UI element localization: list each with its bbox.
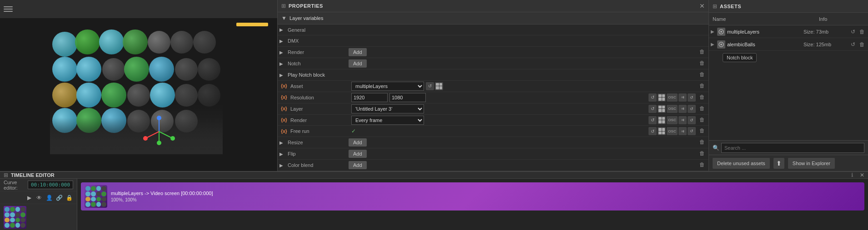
section-arrow[interactable]: ▼ [281, 15, 287, 21]
viewport: .ball { position: absolute; border-radiu… [0, 18, 277, 171]
asset-row-multiplelayers[interactable]: ▶ multipleLayers Size: 73mb ↺ 🗑 [709, 25, 868, 38]
layer-label: Layer [290, 106, 349, 112]
resolution-osc-icon[interactable]: OSC [667, 93, 678, 102]
timeline-link-icon[interactable]: 🔗 [55, 194, 63, 202]
resolution-reset-icon[interactable]: ↺ [688, 93, 696, 102]
asset-actions-1: ↺ 🗑 [849, 28, 866, 36]
resolution-width-input[interactable] [351, 93, 388, 102]
flip-add-button[interactable]: Add [349, 150, 367, 158]
notch-add-button[interactable]: Add [349, 59, 367, 68]
render-trash-icon[interactable]: 🗑 [699, 49, 707, 56]
asset-info-2: Size: 125mb [803, 42, 849, 47]
hamburger-menu[interactable] [4, 6, 13, 12]
color-blend-add-button[interactable]: Add [349, 161, 367, 169]
timeline-lock-icon[interactable]: 🔒 [65, 194, 73, 202]
free-run-grid-icon[interactable] [658, 127, 666, 135]
free-run-osc-icon[interactable]: OSC [667, 127, 678, 135]
asset-trash-icon[interactable]: 🗑 [699, 83, 707, 90]
render-mode-reset-icon[interactable]: ↺ [688, 116, 696, 124]
assets-list: Name Info ▶ multipleLayers Size: 73mb ↺ … [709, 13, 868, 140]
render-mode-link-icon[interactable]: ↺ [649, 116, 657, 124]
export-icon[interactable]: ⬆ [773, 158, 784, 169]
asset-expand-2[interactable]: ▶ [711, 42, 717, 47]
render-add-button[interactable]: Add [349, 48, 367, 56]
timeline-person-icon[interactable]: 👤 [45, 194, 53, 202]
properties-header: ⊞ PROPERTIES ✕ [278, 0, 708, 12]
properties-panel: ⊞ PROPERTIES ✕ ▼ Layer variables ▶ Gener… [277, 0, 709, 171]
render-mode-trash-icon[interactable]: 🗑 [699, 117, 707, 124]
layer-trash-icon[interactable]: 🗑 [699, 105, 707, 113]
timeline-track[interactable]: multipleLayers -> Video screen [00:00:00… [81, 182, 864, 210]
layer-osc-icon[interactable]: OSC [667, 105, 678, 113]
asset-link-icon[interactable]: ↺ [426, 82, 434, 90]
asset-actions-2: ↺ 🗑 [849, 40, 866, 49]
svg-point-7 [157, 141, 161, 145]
free-run-trash-icon[interactable]: 🗑 [699, 127, 707, 135]
asset-icon-settings-1[interactable] [717, 28, 725, 36]
resize-row: ▶ Resize Add 🗑 [278, 137, 708, 148]
play-notch-arrow[interactable]: ▶ [279, 73, 286, 78]
resolution-merge-icon[interactable]: ⇉ [678, 93, 687, 102]
general-arrow[interactable]: ▶ [279, 27, 286, 32]
render-mode-dropdown[interactable]: Every frame [351, 116, 424, 125]
asset-trash-2[interactable]: 🗑 [858, 40, 866, 49]
resize-add-button[interactable]: Add [349, 138, 367, 147]
render-arrow[interactable]: ▶ [279, 50, 286, 55]
asset-info-col-header: Info [819, 16, 864, 22]
properties-close[interactable]: ✕ [699, 2, 705, 10]
asset-icon-group: ↺ [426, 82, 443, 90]
svg-line-2 [145, 132, 159, 138]
resolution-trash-icon[interactable]: 🗑 [699, 94, 707, 101]
asset-refresh-1[interactable]: ↺ [849, 28, 857, 36]
delete-unused-button[interactable]: Delete unused assets [713, 158, 770, 169]
track-label: multipleLayers -> Video screen [00:00:00… [111, 191, 213, 196]
layer-dropdown[interactable]: 'Untitled Layer 3' [351, 104, 424, 113]
dmx-arrow[interactable]: ▶ [279, 39, 286, 44]
resolution-link-icon[interactable]: ↺ [649, 93, 657, 102]
assets-header: ⊞ ASSETS [709, 0, 868, 13]
asset-expand-1[interactable]: ▶ [711, 29, 717, 34]
free-run-check: ✓ [351, 128, 356, 134]
flip-arrow[interactable]: ▶ [279, 152, 286, 157]
resize-arrow[interactable]: ▶ [279, 140, 286, 145]
play-notch-trash-icon[interactable]: 🗑 [699, 71, 707, 78]
asset-refresh-2[interactable]: ↺ [849, 40, 857, 49]
render-row: ▶ Render Add 🗑 [278, 47, 708, 58]
resize-trash-icon[interactable]: 🗑 [699, 139, 707, 146]
dmx-label: DMX [288, 38, 347, 44]
asset-dropdown[interactable]: multipleLayers [351, 82, 424, 91]
resolution-height-input[interactable] [389, 93, 426, 102]
free-run-reset-icon[interactable]: ↺ [688, 127, 696, 135]
asset-icon-settings-2[interactable] [717, 40, 725, 49]
layer-reset-icon[interactable]: ↺ [688, 105, 696, 113]
svg-line-4 [159, 132, 173, 138]
notch-arrow[interactable]: ▶ [279, 61, 286, 66]
layer-merge-icon[interactable]: ⇉ [678, 105, 687, 113]
layer-icon-group: ↺ OSC ⇉ ↺ [649, 105, 696, 113]
timeline-play-icon[interactable]: ▶ [25, 194, 33, 202]
notch-trash-icon[interactable]: 🗑 [699, 60, 707, 67]
show-in-explorer-button[interactable]: Show in Explorer [788, 158, 835, 169]
assets-search-input[interactable] [721, 143, 864, 153]
color-blend-trash-icon[interactable]: 🗑 [699, 161, 707, 169]
asset-trash-1[interactable]: 🗑 [858, 28, 866, 36]
layer-grid-icon[interactable] [658, 105, 666, 113]
free-run-merge-icon[interactable]: ⇉ [678, 127, 687, 135]
search-icon-assets: 🔍 [713, 145, 719, 151]
asset-grid-icon[interactable] [435, 82, 443, 90]
layer-variables-label: Layer variables [289, 15, 324, 21]
asset-row-alembicballs[interactable]: ▶ alembicBalls Size: 125mb ↺ 🗑 Notch blo… [709, 38, 868, 51]
resolution-grid-icon[interactable] [658, 93, 666, 102]
flip-trash-icon[interactable]: 🗑 [699, 150, 707, 157]
color-blend-label: Color blend [288, 162, 347, 168]
render-mode-osc-icon[interactable]: OSC [667, 116, 678, 124]
layer-link-icon[interactable]: ↺ [649, 105, 657, 113]
asset-list-header: Name Info [709, 13, 868, 25]
free-run-link-icon[interactable]: ↺ [649, 127, 657, 135]
general-row: ▶ General [278, 24, 708, 36]
timeline-close[interactable]: ✕ [860, 172, 864, 178]
render-mode-merge-icon[interactable]: ⇉ [678, 116, 687, 124]
color-blend-arrow[interactable]: ▶ [279, 163, 286, 168]
render-mode-grid-icon[interactable] [658, 116, 666, 124]
timeline-eye-icon[interactable]: 👁 [35, 194, 43, 202]
